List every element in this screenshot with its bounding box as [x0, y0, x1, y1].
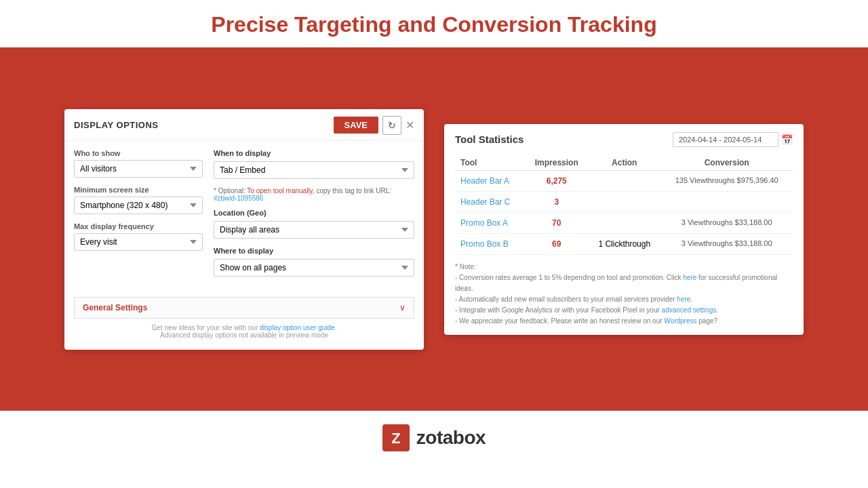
- stats-table-body: Header Bar A6,275135 Viewthroughs $975,3…: [455, 170, 793, 254]
- col-action: Action: [588, 155, 660, 171]
- who-to-show-select[interactable]: All visitors: [74, 160, 203, 178]
- table-row: Header Bar A6,275135 Viewthroughs $975,3…: [455, 170, 793, 191]
- table-row: Promo Box A703 Viewthroughs $33,188.00: [455, 212, 793, 233]
- refresh-button[interactable]: ↻: [382, 116, 401, 135]
- panel-actions: SAVE ↻ ✕: [334, 116, 414, 135]
- when-to-display-select[interactable]: Tab / Embed: [214, 161, 414, 179]
- panel-header: DISPLAY OPTIONS SAVE ↻ ✕: [64, 109, 424, 141]
- general-settings-bar[interactable]: General Settings ∨: [74, 297, 414, 319]
- svg-text:Z: Z: [391, 430, 400, 447]
- panel-footer: Get new ideas for your site with our dis…: [64, 319, 424, 342]
- tool-link[interactable]: Promo Box B: [460, 239, 509, 249]
- location-geo-select[interactable]: Display all areas: [214, 221, 414, 239]
- zotabox-icon: Z: [382, 424, 410, 451]
- where-to-display-label: Where to display: [214, 247, 414, 255]
- where-to-display-select[interactable]: Show on all pages: [214, 259, 414, 277]
- calendar-icon[interactable]: 📅: [781, 134, 793, 145]
- impression-cell: 70: [525, 212, 588, 233]
- save-button[interactable]: SAVE: [334, 117, 378, 134]
- panel-body: Who to show All visitors Minimum screen …: [64, 141, 424, 293]
- action-cell: [588, 212, 660, 233]
- note-line4: - Integrate with Google Analytics or wit…: [455, 305, 793, 316]
- conversion-cell: 3 Viewthroughs $33,188.00: [660, 233, 793, 254]
- note-line3: - Automatically add new email subscriber…: [455, 294, 793, 305]
- action-cell: 1 Clickthrough: [588, 233, 660, 254]
- tool-cell: Promo Box A: [455, 212, 525, 233]
- footer: Z zotabox: [0, 411, 868, 465]
- when-to-display-group: When to display Tab / Embed: [214, 149, 414, 179]
- note-link-here2[interactable]: here: [677, 296, 690, 303]
- open-tool-manually-link[interactable]: To open tool manually: [247, 187, 313, 195]
- min-screen-size-group: Minimum screen size Smartphone (320 x 48…: [74, 186, 203, 214]
- who-to-show-label: Who to show: [74, 149, 203, 157]
- table-row: Promo Box B691 Clickthrough3 Viewthrough…: [455, 233, 793, 254]
- conversion-cell: 3 Viewthroughs $33,188.00: [660, 212, 793, 233]
- min-screen-size-select[interactable]: Smartphone (320 x 480): [74, 197, 203, 214]
- note-line2: - Conversion rates average 1 to 5% depen…: [455, 272, 793, 294]
- footer-text: Get new ideas for your site with our: [152, 324, 260, 331]
- note-line1: * Note:: [455, 262, 793, 272]
- note-line5: - We appreciate your feedback. Please wr…: [455, 316, 793, 327]
- conversion-cell: 135 Viewthroughs $975,396.40: [660, 170, 793, 191]
- stats-header: Tool Statistics 📅: [455, 132, 793, 147]
- where-to-display-group: Where to display Show on all pages: [214, 247, 414, 277]
- zotabox-brand-name: zotabox: [416, 427, 486, 449]
- zotabox-logo: Z zotabox: [382, 424, 486, 451]
- display-option-user-guide-link[interactable]: display option user guide: [260, 324, 335, 331]
- location-geo-group: Location (Geo) Display all areas: [214, 209, 414, 239]
- max-display-freq-group: Max display frequency Every visit: [74, 222, 203, 251]
- general-settings-label: General Settings: [83, 303, 147, 312]
- footer-text2: .: [335, 324, 337, 331]
- header: Precise Targeting and Conversion Trackin…: [0, 0, 868, 47]
- tool-cell: Header Bar C: [455, 191, 525, 212]
- stats-table: Tool Impression Action Conversion Header…: [455, 155, 793, 255]
- close-button[interactable]: ✕: [406, 120, 414, 131]
- min-screen-size-label: Minimum screen size: [74, 186, 203, 194]
- date-range-input[interactable]: [673, 132, 778, 147]
- note-link-here1[interactable]: here: [683, 274, 696, 281]
- location-geo-label: Location (Geo): [214, 209, 414, 217]
- impression-cell: 69: [525, 233, 588, 254]
- tool-cell: Promo Box B: [455, 233, 525, 254]
- optional-text: * Optional: To open tool manually, copy …: [214, 187, 414, 202]
- action-cell: [588, 191, 660, 212]
- impression-cell: 6,275: [525, 170, 588, 191]
- date-range-container: 📅: [673, 132, 793, 147]
- notes-section: * Note: - Conversion rates average 1 to …: [455, 262, 793, 327]
- refresh-icon: ↻: [388, 120, 396, 131]
- note-link-wordpress[interactable]: Wordpress: [664, 317, 696, 325]
- col-conversion: Conversion: [660, 155, 793, 171]
- page-title: Precise Targeting and Conversion Trackin…: [0, 12, 868, 37]
- stats-table-header: Tool Impression Action Conversion: [455, 155, 793, 171]
- main-area: DISPLAY OPTIONS SAVE ↻ ✕ Who to show All…: [0, 47, 868, 411]
- stats-panel: Tool Statistics 📅 Tool Impression Action…: [444, 124, 804, 335]
- stats-title: Tool Statistics: [455, 134, 524, 145]
- panel-title: DISPLAY OPTIONS: [74, 120, 159, 130]
- who-to-show-group: Who to show All visitors: [74, 149, 203, 178]
- col-impression: Impression: [525, 155, 588, 171]
- tool-link[interactable]: Header Bar C: [460, 197, 510, 207]
- col-tool: Tool: [455, 155, 525, 171]
- tool-link[interactable]: Header Bar A: [460, 176, 509, 186]
- tool-cell: Header Bar A: [455, 170, 525, 191]
- when-to-display-label: When to display: [214, 149, 414, 157]
- action-cell: [588, 170, 660, 191]
- left-column: Who to show All visitors Minimum screen …: [74, 149, 203, 285]
- right-column: When to display Tab / Embed * Optional: …: [214, 149, 414, 285]
- conversion-cell: [660, 191, 793, 212]
- impression-cell: 3: [525, 191, 588, 212]
- table-row: Header Bar C3: [455, 191, 793, 212]
- footer-text3: Advanced display options not available i…: [160, 331, 328, 339]
- tool-link[interactable]: Promo Box A: [460, 218, 508, 228]
- tag-value: #zbwid-1095586: [214, 195, 263, 202]
- note-link-advanced-settings[interactable]: advanced settings: [662, 306, 717, 314]
- display-options-panel: DISPLAY OPTIONS SAVE ↻ ✕ Who to show All…: [64, 109, 424, 350]
- max-display-freq-select[interactable]: Every visit: [74, 233, 203, 251]
- chevron-down-icon: ∨: [399, 303, 406, 312]
- max-display-freq-label: Max display frequency: [74, 222, 203, 230]
